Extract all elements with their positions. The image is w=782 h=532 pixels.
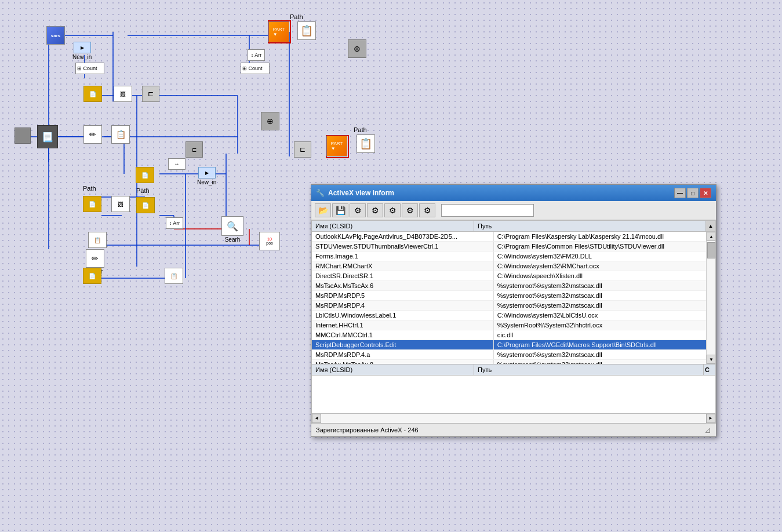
node-img1[interactable]: 🖼 [114,86,132,102]
hscrollbar[interactable]: ◄ ► [311,414,716,423]
toolbar-settings3-btn[interactable]: ⚙ [384,203,401,217]
cell-path: C:\Program Files\VGEdit\Macros Support\B… [493,340,715,350]
hscroll-right-btn[interactable]: ► [706,414,715,423]
node-join3[interactable]: ⊏ [294,141,311,158]
node-path-left2[interactable]: 📋 [88,232,107,248]
cell-name: MsRDP.MsRDP.4 [312,301,493,311]
activex-dialog: 🔧 ActiveX view inform — □ ✕ 📂 💾 ⚙ ⚙ ⚙ ⚙ … [311,184,716,437]
vscrollbar[interactable]: ▲ ▼ [706,232,715,364]
toolbar-settings5-btn[interactable]: ⚙ [419,203,435,217]
node-edit2[interactable]: ✏ [83,125,102,144]
table-row[interactable]: Internet.HHCtrl.1%SystemRoot%\System32\h… [312,320,715,330]
table-scroll-area[interactable]: OutlookKLAvPlg.PageAntivirus_D4B073DE-2D… [311,231,716,365]
table-row[interactable]: LblCtlsU.WindowlessLabel.1C:\Windows\sys… [312,311,715,320]
bottom-col-c: C [704,365,715,375]
node-part-bot[interactable]: PART▼ [326,136,347,156]
toolbar-settings1-btn[interactable]: ⚙ [350,203,366,217]
cell-path: %SystemRoot%\System32\hhctrl.ocx [493,320,715,330]
status-resize-icon: ⊿ [704,425,711,435]
node-new-in-top-label: New_in [72,54,92,60]
table-row[interactable]: DirectSR.DirectSR.1C:\Windows\speech\Xli… [312,271,715,281]
cell-name: STDUViewer.STDUThumbnailsViewerCtrl.1 [312,242,493,252]
node-format2[interactable]: 📄 [136,167,154,183]
node-pos[interactable]: 10 pos [259,232,280,250]
col-sort-arrow[interactable]: ▲ [706,221,715,231]
toolbar-settings4-btn[interactable]: ⚙ [402,203,418,217]
hscroll-track [321,414,706,423]
vscroll-thumb[interactable] [707,242,715,258]
cell-path: %systemroot%\system32\mstscax.dll [493,301,715,311]
vscroll-track[interactable] [707,241,715,355]
cell-path: %systemroot%\system32\mstscax.dll [493,281,715,291]
cell-path: C:\Windows\system32\LblCtlsU.ocx [493,311,715,320]
toolbar-search-input[interactable] [441,204,534,217]
cell-name: DirectSR.DirectSR.1 [312,271,493,281]
table-row[interactable]: MsRDP.MsRDP.4.a%systemroot%\system32\mst… [312,350,715,360]
vscroll-up-btn[interactable]: ▲ [707,232,716,241]
node-new-in-top[interactable]: ▶ New_in [72,42,92,60]
node-path-top[interactable]: 📋 [297,21,316,40]
table-row[interactable]: MMCCtrl.MMCCtrl.1cic.dll [312,330,715,340]
cell-name: OutlookKLAvPlg.PageAntivirus_D4B073DE-2D… [312,232,493,242]
table-row[interactable]: MsTscAx.MsTscAx.6%systemroot%\system32\m… [312,281,715,291]
cell-path: C:\Windows\system32\RMChart.ocx [493,261,715,271]
node-new-in2[interactable]: ▶ New_in [197,167,216,185]
bottom-col-name: Имя (CLSID) [312,365,474,375]
dialog-minimize-btn[interactable]: — [674,188,686,198]
node-vars[interactable]: vars [46,26,65,45]
node-format-path[interactable]: 📄 [83,196,101,212]
node-path-bot[interactable]: 📋 [357,134,375,153]
toolbar-save-btn[interactable]: 💾 [332,203,348,217]
cell-path: cic.dll [493,330,715,340]
node-part-top[interactable]: PART▼ [268,21,289,42]
node-copy2[interactable]: 📋 [111,125,130,144]
cell-name: MsRDP.MsRDP.5 [312,291,493,301]
table-row[interactable]: MsRDP.MsRDP.5%systemroot%\system32\mstsc… [312,291,715,301]
cell-path: %systemroot%\system32\mstscax.dll [493,291,715,301]
table-row[interactable]: OutlookKLAvPlg.PageAntivirus_D4B073DE-2D… [312,232,715,242]
node-hub2[interactable]: ⊕ [261,112,279,130]
node-join-mid[interactable]: ⊏ [186,141,203,158]
node-format4[interactable]: 📄 [83,268,101,284]
cell-name: ScriptDebuggerControls.Edit [312,340,493,350]
table-row[interactable]: MsRDP.MsRDP.4%systemroot%\system32\mstsc… [312,301,715,311]
vscroll-down-btn[interactable]: ▼ [707,355,716,364]
node-search[interactable]: 🔍 Searh [221,216,243,243]
dialog-titlebar[interactable]: 🔧 ActiveX view inform — □ ✕ [311,185,716,201]
node-hub-top[interactable]: ⊕ [348,39,366,58]
status-text: Зарегистрированные ActiveX - 246 [316,427,419,433]
table-row[interactable]: MsTscAx.MsTscAx.8%systemroot%\system32\m… [312,360,715,365]
node-arr-top[interactable]: ↕ Arr [248,49,265,61]
cell-path: C:\Windows\system32\FM20.DLL [493,252,715,261]
node-arr3[interactable]: ↕ Arr [166,217,183,229]
toolbar-settings2-btn[interactable]: ⚙ [367,203,383,217]
node-count-top2[interactable]: ⊞ Count [241,63,270,74]
cell-name: Forms.Image.1 [312,252,493,261]
toolbar-open-btn[interactable]: 📂 [315,203,331,217]
cell-path: C:\Windows\speech\Xlisten.dll [493,271,715,281]
node-format1[interactable]: 📄 [83,86,102,102]
node-copy3[interactable]: 📋 [165,268,183,284]
node-doc[interactable]: 📃 [37,125,58,148]
node-count-top[interactable]: ⊞ Count [75,63,104,74]
node-join2[interactable]: ⊏ [142,86,159,102]
col-header-path: Путь [474,221,706,231]
node-arr2[interactable]: ↔ [168,158,186,170]
col-header-name: Имя (CLSID) [312,221,474,231]
cell-path: C:\Program Files\Common Files\STDUtility… [493,242,715,252]
hscroll-left-btn[interactable]: ◄ [312,414,321,423]
dialog-controls: — □ ✕ [674,188,711,198]
table-row[interactable]: Forms.Image.1C:\Windows\system32\FM20.DL… [312,252,715,261]
table-row[interactable]: RMChart.RMChartXC:\Windows\system32\RMCh… [312,261,715,271]
table-row[interactable]: ScriptDebuggerControls.EditC:\Program Fi… [312,340,715,350]
node-img3[interactable]: 🖼 [111,196,130,212]
bottom-content [312,376,715,413]
table-row[interactable]: STDUViewer.STDUThumbnailsViewerCtrl.1C:\… [312,242,715,252]
node-path-top-label: Path [290,13,303,20]
node-gray-left[interactable] [14,127,31,144]
dialog-close-btn[interactable]: ✕ [700,188,711,198]
node-format3[interactable]: 📄 [136,197,155,213]
dialog-maximize-btn[interactable]: □ [687,188,699,198]
node-path2: Path [136,187,150,194]
cell-name: MsTscAx.MsTscAx.6 [312,281,493,291]
